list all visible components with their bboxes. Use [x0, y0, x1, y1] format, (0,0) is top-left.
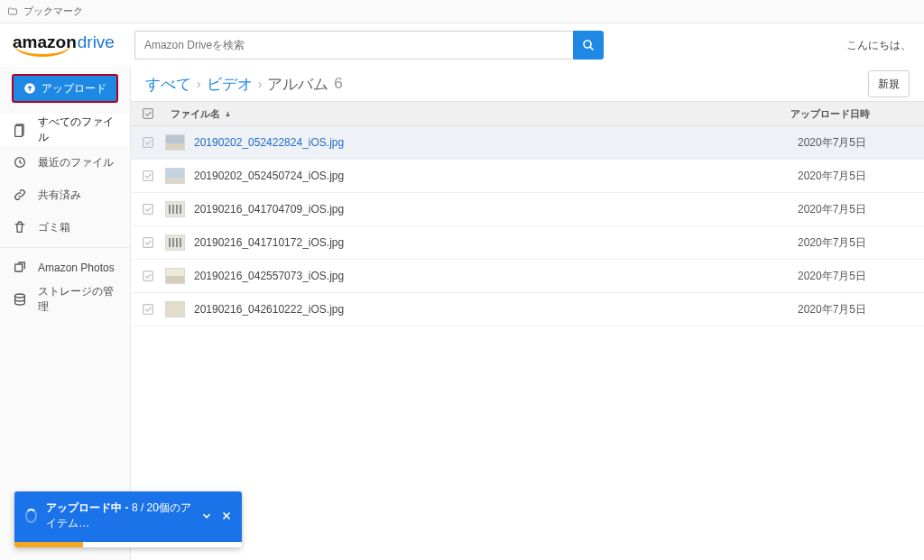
thumbnail	[165, 268, 185, 284]
column-upload-date-label: アップロード日時	[790, 108, 870, 119]
folder-icon	[7, 6, 18, 17]
table-row[interactable]: 20190216_042610222_iOS.jpg2020年7月5日	[131, 293, 924, 326]
logo[interactable]: amazondrive	[13, 32, 115, 58]
svg-rect-3	[15, 125, 23, 136]
sidebar-item-all-files[interactable]: すべてのファイル	[0, 114, 130, 146]
sidebar-item-label: 最近のファイル	[38, 155, 114, 170]
svg-rect-7	[143, 109, 153, 119]
sort-desc-icon	[224, 110, 232, 118]
storage-icon	[13, 292, 27, 307]
checkbox-icon	[141, 135, 155, 150]
trash-icon	[13, 220, 27, 234]
upload-toast-header: アップロード中 - 8 / 20個のアイテム…	[14, 491, 242, 542]
upload-progress-track	[14, 542, 242, 547]
logo-text-drive: drive	[78, 32, 115, 51]
checkbox-icon	[141, 169, 155, 183]
row-name-cell: 20190216_041710172_iOS.jpg	[165, 234, 798, 251]
svg-rect-12	[143, 271, 153, 281]
upload-toast-title: アップロード中 - 8 / 20個のアイテム…	[46, 500, 191, 531]
svg-rect-11	[143, 238, 153, 248]
upload-toast: アップロード中 - 8 / 20個のアイテム…	[14, 491, 242, 547]
table-row[interactable]: 20190202_052422824_iOS.jpg2020年7月5日	[131, 126, 924, 160]
column-upload-date[interactable]: アップロード日時	[790, 107, 917, 121]
row-name-cell: 20190216_041704709_iOS.jpg	[165, 201, 798, 217]
sidebar-item-label: Amazon Photos	[38, 262, 115, 274]
upload-date: 2020年7月5日	[798, 202, 924, 217]
svg-point-6	[15, 294, 25, 298]
sidebar-item-label: ストレージの管理	[38, 284, 117, 315]
column-name-label: ファイル名	[171, 107, 220, 121]
breadcrumb-sep: ›	[197, 77, 201, 91]
table-header: ファイル名 アップロード日時	[131, 101, 924, 126]
file-name[interactable]: 20190216_042610222_iOS.jpg	[194, 303, 344, 316]
thumbnail	[165, 134, 185, 151]
breadcrumb-count: 6	[334, 75, 342, 93]
upload-button-highlight: アップロード	[12, 74, 118, 103]
close-icon[interactable]	[220, 510, 233, 522]
checkbox-icon	[141, 202, 155, 216]
search-icon	[581, 38, 596, 52]
svg-rect-13	[143, 305, 153, 315]
sidebar-item-storage[interactable]: ストレージの管理	[0, 283, 130, 316]
thumbnail	[165, 301, 185, 317]
row-checkbox[interactable]	[131, 169, 165, 183]
row-checkbox[interactable]	[131, 202, 165, 216]
upload-date: 2020年7月5日	[798, 302, 924, 317]
breadcrumb-current: アルバム	[267, 74, 328, 95]
main: すべて › ビデオ › アルバム 6 新規 ファイル名 アップロード日時 201…	[131, 67, 924, 560]
new-button[interactable]: 新規	[868, 70, 910, 97]
file-name[interactable]: 20190202_052450724_iOS.jpg	[194, 170, 344, 182]
table-body: 20190202_052422824_iOS.jpg2020年7月5日20190…	[131, 126, 924, 326]
search-bar	[134, 31, 604, 60]
checkbox-icon	[141, 302, 155, 317]
row-name-cell: 20190202_052422824_iOS.jpg	[165, 134, 798, 151]
breadcrumb-sep: ›	[258, 77, 263, 91]
upload-date: 2020年7月5日	[798, 135, 924, 151]
checkbox-icon	[141, 269, 155, 283]
sidebar-item-label: ゴミ箱	[38, 220, 70, 235]
checkbox-icon	[141, 235, 155, 250]
sidebar-item-label: すべてのファイル	[38, 115, 117, 145]
row-name-cell: 20190216_042610222_iOS.jpg	[165, 301, 798, 317]
sidebar-nav: すべてのファイル 最近のファイル 共有済み ゴミ箱 Amazon Photos …	[0, 114, 130, 316]
svg-point-0	[584, 41, 591, 48]
header: amazondrive こんにちは、	[0, 23, 924, 67]
file-name[interactable]: 20190216_041710172_iOS.jpg	[194, 236, 344, 249]
table-row[interactable]: 20190216_041710172_iOS.jpg2020年7月5日	[131, 226, 924, 260]
row-name-cell: 20190202_052450724_iOS.jpg	[165, 168, 798, 184]
table-row[interactable]: 20190202_052450724_iOS.jpg2020年7月5日	[131, 160, 924, 193]
breadcrumb-root[interactable]: すべて	[145, 74, 191, 95]
bookmark-label: ブックマーク	[23, 5, 83, 18]
sidebar-item-trash[interactable]: ゴミ箱	[0, 211, 130, 243]
collapse-icon[interactable]	[200, 510, 213, 522]
row-checkbox[interactable]	[131, 235, 165, 250]
sidebar-item-label: 共有済み	[38, 188, 81, 203]
row-checkbox[interactable]	[131, 302, 165, 317]
search-input[interactable]	[134, 31, 573, 60]
column-name[interactable]: ファイル名	[165, 107, 790, 121]
upload-button[interactable]: アップロード	[14, 76, 116, 101]
upload-icon	[23, 82, 36, 95]
search-button[interactable]	[573, 31, 604, 60]
file-name[interactable]: 20190216_042557073_iOS.jpg	[194, 270, 344, 282]
upload-button-label: アップロード	[42, 81, 106, 96]
thumbnail	[165, 168, 185, 184]
sidebar-item-amazon-photos[interactable]: Amazon Photos	[0, 247, 130, 283]
table-row[interactable]: 20190216_041704709_iOS.jpg2020年7月5日	[131, 193, 924, 226]
files-icon	[13, 123, 27, 137]
row-name-cell: 20190216_042557073_iOS.jpg	[165, 268, 798, 284]
sidebar-item-recent[interactable]: 最近のファイル	[0, 146, 130, 179]
breadcrumb-videos[interactable]: ビデオ	[207, 74, 253, 95]
upload-toast-title-prefix: アップロード中 -	[46, 501, 132, 514]
row-checkbox[interactable]	[131, 135, 165, 150]
upload-progress-bar	[14, 542, 83, 547]
svg-rect-5	[15, 264, 23, 271]
clock-icon	[13, 155, 27, 170]
row-checkbox[interactable]	[131, 269, 165, 283]
table-row[interactable]: 20190216_042557073_iOS.jpg2020年7月5日	[131, 260, 924, 293]
file-name[interactable]: 20190202_052422824_iOS.jpg	[194, 136, 344, 149]
file-name[interactable]: 20190216_041704709_iOS.jpg	[194, 203, 344, 216]
select-all-checkbox[interactable]	[131, 106, 165, 121]
sidebar-item-shared[interactable]: 共有済み	[0, 179, 130, 211]
svg-rect-10	[143, 205, 153, 215]
